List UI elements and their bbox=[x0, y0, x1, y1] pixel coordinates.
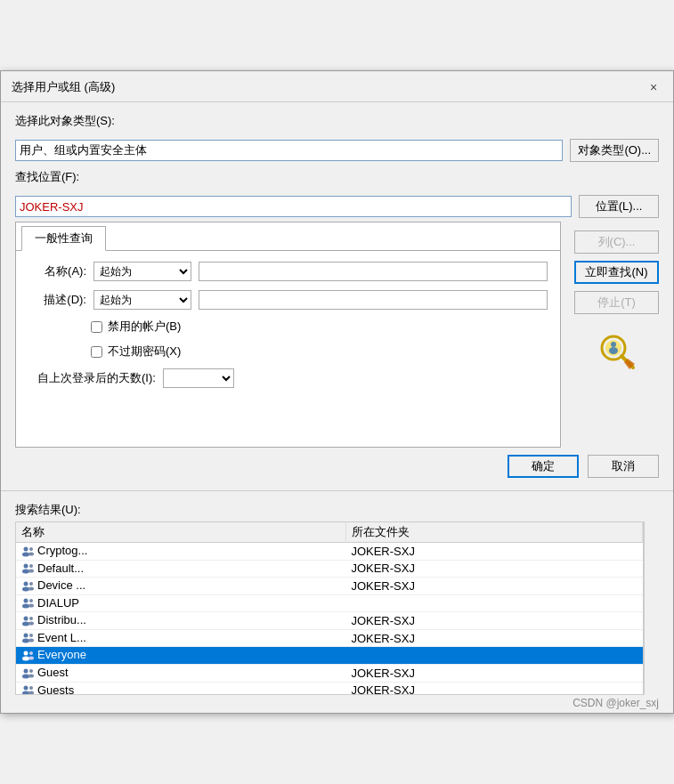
svg-point-15 bbox=[22, 586, 29, 591]
cell-name: Default... bbox=[16, 560, 345, 578]
svg-point-10 bbox=[24, 564, 28, 569]
non-expiring-row: 不过期密码(X) bbox=[91, 344, 548, 360]
svg-point-18 bbox=[24, 599, 28, 603]
results-container: 名称 所在文件夹 Cryptog...JOKER-SXJ Default...J… bbox=[15, 521, 659, 695]
cell-folder: JOKER-SXJ bbox=[345, 578, 642, 595]
cell-folder: JOKER-SXJ bbox=[345, 629, 642, 647]
name-input[interactable] bbox=[199, 262, 548, 281]
results-section: 搜索结果(U): 名称 所在文件夹 Cryptog...JOKER-SXJ bbox=[1, 497, 673, 695]
svg-point-22 bbox=[24, 616, 28, 620]
table-row[interactable]: GuestJOKER-SXJ bbox=[16, 664, 643, 682]
svg-point-33 bbox=[28, 656, 34, 659]
cell-name: Everyone bbox=[16, 647, 345, 665]
desc-input[interactable] bbox=[199, 290, 548, 310]
location-input[interactable] bbox=[15, 196, 572, 217]
svg-point-4 bbox=[609, 347, 618, 354]
search-icon bbox=[596, 330, 638, 373]
cancel-button[interactable]: 取消 bbox=[588, 455, 659, 478]
svg-point-6 bbox=[24, 546, 28, 551]
tab-general-query[interactable]: 一般性查询 bbox=[21, 226, 106, 251]
table-row[interactable]: Default...JOKER-SXJ bbox=[16, 560, 643, 578]
svg-point-17 bbox=[28, 586, 34, 590]
cell-name: Device ... bbox=[16, 578, 345, 595]
table-header-row: 名称 所在文件夹 bbox=[16, 522, 643, 543]
table-row[interactable]: Distribu...JOKER-SXJ bbox=[16, 612, 643, 630]
cell-folder bbox=[345, 594, 642, 612]
cell-folder: JOKER-SXJ bbox=[345, 664, 642, 682]
tab-panel: 一般性查询 名称(A): 起始为 包含 等于 bbox=[15, 222, 561, 448]
svg-point-37 bbox=[28, 674, 34, 677]
svg-point-40 bbox=[29, 686, 33, 690]
location-button[interactable]: 位置(L)... bbox=[579, 195, 659, 218]
search-now-button[interactable]: 立即查找(N) bbox=[574, 261, 659, 284]
tab-content: 名称(A): 起始为 包含 等于 描述(D): 起始为 包含 bbox=[16, 251, 560, 447]
object-type-section: 选择此对象类型(S): 对象类型(O)... 查找位置(F): 位置(L)... bbox=[1, 102, 673, 222]
svg-point-13 bbox=[28, 570, 34, 573]
svg-point-41 bbox=[28, 691, 34, 695]
non-expiring-label[interactable]: 不过期密码(X) bbox=[108, 344, 181, 360]
location-label: 查找位置(F): bbox=[15, 169, 659, 185]
svg-point-24 bbox=[29, 617, 33, 620]
user-group-icon bbox=[21, 666, 37, 679]
svg-point-30 bbox=[24, 651, 28, 655]
user-group-icon bbox=[21, 562, 37, 575]
cell-name: Event L... bbox=[16, 629, 345, 647]
svg-point-36 bbox=[29, 669, 33, 673]
user-group-icon bbox=[21, 578, 37, 592]
days-label: 自上次登录后的天数(I): bbox=[37, 370, 156, 386]
name-select[interactable]: 起始为 包含 等于 bbox=[93, 262, 191, 281]
disabled-accounts-checkbox[interactable] bbox=[91, 321, 102, 333]
scrollbar[interactable] bbox=[644, 521, 659, 695]
object-type-label: 选择此对象类型(S): bbox=[15, 113, 659, 129]
cell-folder: JOKER-SXJ bbox=[345, 560, 642, 578]
col-name-header: 名称 bbox=[16, 522, 345, 543]
cell-folder bbox=[345, 647, 642, 665]
table-row[interactable]: GuestsJOKER-SXJ bbox=[16, 682, 643, 695]
cell-folder: JOKER-SXJ bbox=[345, 682, 642, 695]
title-bar: 选择用户或组 (高级) × bbox=[1, 71, 673, 102]
svg-point-19 bbox=[22, 604, 29, 609]
svg-point-26 bbox=[24, 634, 28, 638]
desc-select[interactable]: 起始为 包含 等于 bbox=[93, 290, 191, 310]
stop-button[interactable]: 停止(T) bbox=[574, 291, 659, 314]
non-expiring-checkbox[interactable] bbox=[91, 346, 102, 358]
cell-name: Distribu... bbox=[16, 612, 345, 630]
watermark: CSDN @joker_sxj bbox=[1, 695, 673, 713]
disabled-accounts-label[interactable]: 禁用的帐户(B) bbox=[108, 319, 181, 335]
ok-button[interactable]: 确定 bbox=[508, 455, 579, 478]
name-label: 名称(A): bbox=[28, 263, 86, 279]
main-area: 一般性查询 名称(A): 起始为 包含 等于 bbox=[1, 222, 673, 448]
svg-point-38 bbox=[24, 686, 28, 691]
table-row[interactable]: DIALUP bbox=[16, 594, 643, 612]
results-label: 搜索结果(U): bbox=[15, 502, 659, 518]
user-group-icon bbox=[21, 544, 37, 557]
svg-point-32 bbox=[29, 651, 33, 655]
svg-point-16 bbox=[29, 582, 33, 586]
table-row[interactable]: Event L...JOKER-SXJ bbox=[16, 629, 643, 647]
table-row[interactable]: Device ...JOKER-SXJ bbox=[16, 578, 643, 595]
table-row[interactable]: Cryptog...JOKER-SXJ bbox=[16, 543, 643, 561]
user-group-icon bbox=[21, 613, 37, 626]
svg-point-31 bbox=[22, 656, 29, 660]
days-select[interactable] bbox=[163, 368, 234, 388]
location-row: 位置(L)... bbox=[15, 195, 659, 218]
ok-cancel-row: 确定 取消 bbox=[1, 448, 673, 485]
left-area: 一般性查询 名称(A): 起始为 包含 等于 bbox=[15, 222, 561, 448]
table-row[interactable]: Everyone bbox=[16, 647, 643, 665]
results-table-container[interactable]: 名称 所在文件夹 Cryptog...JOKER-SXJ Default...J… bbox=[15, 521, 644, 695]
columns-button[interactable]: 列(C)... bbox=[574, 230, 659, 254]
svg-point-12 bbox=[29, 564, 33, 568]
desc-row: 描述(D): 起始为 包含 等于 bbox=[28, 290, 548, 310]
user-group-icon bbox=[21, 631, 37, 644]
svg-point-20 bbox=[29, 599, 33, 602]
results-table: 名称 所在文件夹 Cryptog...JOKER-SXJ Default...J… bbox=[16, 522, 643, 695]
cell-name: Guests bbox=[16, 682, 345, 695]
dialog-title: 选择用户或组 (高级) bbox=[12, 79, 115, 95]
object-type-button[interactable]: 对象类型(O)... bbox=[570, 139, 659, 162]
cell-name: Cryptog... bbox=[16, 543, 345, 561]
close-button[interactable]: × bbox=[645, 78, 662, 96]
object-type-row: 对象类型(O)... bbox=[15, 139, 659, 162]
svg-point-9 bbox=[28, 552, 34, 555]
object-type-input[interactable] bbox=[15, 140, 563, 161]
svg-point-23 bbox=[22, 621, 29, 626]
